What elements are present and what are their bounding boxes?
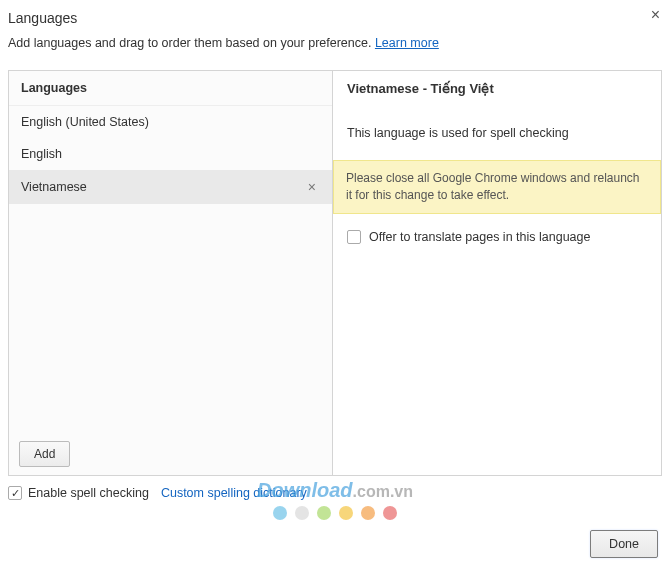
add-language-button[interactable]: Add <box>19 441 70 467</box>
close-icon[interactable]: × <box>651 6 660 24</box>
language-item-en-us[interactable]: English (United States) <box>9 106 332 138</box>
selected-language-heading: Vietnamese - Tiếng Việt <box>333 71 661 106</box>
language-detail-panel: Vietnamese - Tiếng Việt This language is… <box>333 71 661 475</box>
enable-spell-checkbox[interactable] <box>8 486 22 500</box>
custom-dictionary-link[interactable]: Custom spelling dictionary <box>161 486 307 500</box>
language-label: English (United States) <box>21 115 149 129</box>
relaunch-warning: Please close all Google Chrome windows a… <box>333 160 661 214</box>
watermark-dots <box>257 506 413 520</box>
offer-translate-checkbox[interactable] <box>347 230 361 244</box>
remove-language-icon[interactable]: × <box>304 179 320 195</box>
page-title: Languages <box>8 10 658 26</box>
dot-icon <box>339 506 353 520</box>
language-item-en[interactable]: English <box>9 138 332 170</box>
language-list: English (United States) English Vietname… <box>9 106 332 433</box>
language-list-panel: Languages English (United States) Englis… <box>9 71 333 475</box>
enable-spell-label: Enable spell checking <box>28 486 149 500</box>
dot-icon <box>361 506 375 520</box>
offer-translate-row[interactable]: Offer to translate pages in this languag… <box>333 220 661 254</box>
language-label: Vietnamese <box>21 180 87 194</box>
dot-icon <box>383 506 397 520</box>
dot-icon <box>273 506 287 520</box>
languages-panel: Languages English (United States) Englis… <box>8 70 662 476</box>
learn-more-link[interactable]: Learn more <box>375 36 439 50</box>
offer-translate-label: Offer to translate pages in this languag… <box>369 230 590 244</box>
language-list-heading: Languages <box>9 71 332 106</box>
dot-icon <box>317 506 331 520</box>
done-button[interactable]: Done <box>590 530 658 558</box>
subtitle: Add languages and drag to order them bas… <box>8 36 658 50</box>
dot-icon <box>295 506 309 520</box>
language-label: English <box>21 147 62 161</box>
language-item-vi[interactable]: Vietnamese × <box>9 170 332 204</box>
subtitle-text: Add languages and drag to order them bas… <box>8 36 375 50</box>
spell-check-info: This language is used for spell checking <box>333 106 661 154</box>
